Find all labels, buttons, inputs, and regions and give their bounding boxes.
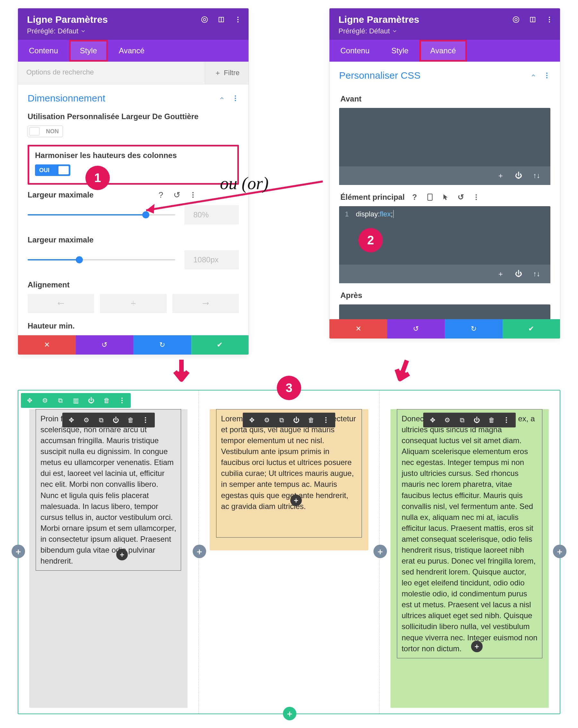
more-icon[interactable] bbox=[502, 416, 510, 424]
chevron-up-icon[interactable] bbox=[219, 95, 225, 101]
text-module[interactable]: ✥ ⚙ ⧉ ⏻ 🗑 Donec libero eros sit amet sap… bbox=[397, 409, 542, 658]
tab-style[interactable]: Style bbox=[69, 40, 108, 62]
cursor-icon[interactable] bbox=[441, 193, 450, 201]
module-toolbar[interactable]: ✥ ⚙ ⧉ ⏻ 🗑 bbox=[62, 413, 155, 427]
move-icon[interactable]: ✥ bbox=[25, 396, 34, 405]
module-toolbar[interactable]: ✥ ⚙ ⧉ ⏻ 🗑 bbox=[243, 413, 335, 427]
trash-icon[interactable]: 🗑 bbox=[307, 416, 315, 424]
power-icon[interactable]: ⏻ bbox=[473, 416, 481, 424]
add-column-button[interactable]: ＋ bbox=[193, 545, 206, 558]
preset-dropdown[interactable]: Préréglé: Défaut bbox=[338, 27, 397, 35]
redo-button[interactable]: ↻ bbox=[133, 335, 191, 355]
power-icon[interactable]: ⏻ bbox=[515, 270, 523, 278]
module-toolbar[interactable]: ✥ ⚙ ⧉ ⏻ 🗑 bbox=[423, 413, 516, 427]
duplicate-icon[interactable]: ⧉ bbox=[278, 416, 286, 424]
gear-icon[interactable]: ⚙ bbox=[443, 416, 451, 424]
module-text: Proin finibus lectus eget leo scelerisqu… bbox=[41, 414, 176, 565]
add-module-button[interactable]: ＋ bbox=[471, 641, 483, 652]
search-input[interactable]: Options de recherche bbox=[18, 62, 205, 84]
tab-content[interactable]: Contenu bbox=[330, 40, 380, 62]
more-icon[interactable] bbox=[141, 416, 150, 424]
align-right-button[interactable] bbox=[173, 294, 239, 313]
filter-button[interactable]: ＋ Filtre bbox=[205, 62, 248, 84]
sort-icon[interactable]: ↑↓ bbox=[532, 172, 541, 180]
column-1[interactable]: ✥ ⚙ ⧉ ⏻ 🗑 Proin finibus lectus eget leo … bbox=[18, 390, 199, 713]
undo-icon[interactable]: ↺ bbox=[456, 193, 465, 201]
save-button[interactable]: ✔ bbox=[502, 319, 560, 338]
duplicate-icon[interactable]: ⧉ bbox=[56, 396, 64, 405]
column-3[interactable]: ✥ ⚙ ⧉ ⏻ 🗑 Donec libero eros sit amet sap… bbox=[379, 390, 560, 713]
more-icon[interactable] bbox=[546, 16, 553, 23]
expand-icon[interactable] bbox=[529, 16, 536, 23]
preset-dropdown[interactable]: Préréglé: Défaut bbox=[27, 27, 86, 35]
section-title: Personnaliser CSS bbox=[339, 70, 420, 81]
gear-icon[interactable]: ⚙ bbox=[82, 416, 90, 424]
max-width-slider-2[interactable] bbox=[28, 259, 175, 260]
align-left-button[interactable] bbox=[28, 294, 94, 313]
more-icon[interactable] bbox=[543, 72, 550, 79]
redo-button[interactable]: ↻ bbox=[445, 319, 502, 338]
row-toolbar[interactable]: ✥ ⚙ ⧉ ▥ ⏻ 🗑 bbox=[21, 393, 131, 408]
add-row-button[interactable]: ＋ bbox=[283, 707, 296, 720]
tablet-icon[interactable] bbox=[426, 193, 434, 201]
trash-icon[interactable]: 🗑 bbox=[488, 416, 496, 424]
add-column-button[interactable]: ＋ bbox=[553, 545, 567, 558]
tab-advanced[interactable]: Avancé bbox=[419, 40, 467, 62]
columns-icon[interactable]: ▥ bbox=[72, 396, 80, 405]
preset-label: Préréglé: Défaut bbox=[338, 27, 390, 35]
more-icon[interactable] bbox=[234, 16, 241, 23]
power-icon[interactable]: ⏻ bbox=[515, 172, 523, 180]
help-icon[interactable]: ? bbox=[411, 193, 419, 201]
plus-icon[interactable]: ＋ bbox=[496, 172, 505, 180]
expand-icon[interactable] bbox=[218, 16, 225, 23]
plus-icon[interactable]: ＋ bbox=[496, 270, 505, 278]
gear-icon[interactable]: ⚙ bbox=[263, 416, 271, 424]
trash-icon[interactable]: 🗑 bbox=[102, 396, 111, 405]
tab-content[interactable]: Contenu bbox=[18, 40, 69, 62]
more-icon[interactable] bbox=[232, 95, 239, 102]
css-main-editor[interactable]: 1 display:flex; 2 ＋ ⏻ ↑↓ bbox=[339, 206, 550, 283]
more-icon[interactable] bbox=[118, 396, 126, 405]
annotation-badge-2: 2 bbox=[358, 228, 383, 253]
target-icon[interactable] bbox=[513, 16, 520, 23]
add-column-button[interactable]: ＋ bbox=[373, 545, 387, 558]
tab-advanced[interactable]: Avancé bbox=[108, 40, 155, 62]
move-icon[interactable]: ✥ bbox=[248, 416, 256, 424]
gear-icon[interactable]: ⚙ bbox=[41, 396, 49, 405]
filter-label: Filtre bbox=[224, 69, 240, 77]
column-2[interactable]: ✥ ⚙ ⧉ ⏻ 🗑 Lorem ipsum dolor sit amet con… bbox=[199, 390, 379, 713]
text-module[interactable]: ✥ ⚙ ⧉ ⏻ 🗑 Proin finibus lectus eget leo … bbox=[36, 409, 181, 571]
tab-style[interactable]: Style bbox=[380, 40, 419, 62]
move-icon[interactable]: ✥ bbox=[68, 416, 76, 424]
duplicate-icon[interactable]: ⧉ bbox=[458, 416, 466, 424]
section-title: Dimensionnement bbox=[28, 93, 105, 104]
add-column-button[interactable]: ＋ bbox=[11, 545, 25, 558]
max-width-value-2[interactable]: 1080px bbox=[184, 250, 239, 269]
text-module[interactable]: ✥ ⚙ ⧉ ⏻ 🗑 Lorem ipsum dolor sit amet con… bbox=[216, 409, 362, 538]
power-icon[interactable]: ⏻ bbox=[292, 416, 300, 424]
gutter-width-toggle[interactable]: NON bbox=[28, 126, 63, 137]
more-icon[interactable] bbox=[472, 193, 480, 201]
sort-icon[interactable]: ↑↓ bbox=[532, 270, 541, 278]
save-button[interactable]: ✔ bbox=[191, 335, 249, 355]
add-module-button[interactable]: ＋ bbox=[116, 549, 128, 561]
move-icon[interactable]: ✥ bbox=[428, 416, 437, 424]
undo-button[interactable]: ↺ bbox=[76, 335, 134, 355]
close-button[interactable]: ✕ bbox=[18, 335, 76, 355]
equalize-toggle[interactable]: OUI bbox=[35, 164, 70, 176]
undo-button[interactable]: ↺ bbox=[387, 319, 445, 338]
align-center-button[interactable] bbox=[100, 294, 166, 313]
css-before-editor[interactable]: ＋ ⏻ ↑↓ bbox=[339, 108, 550, 185]
duplicate-icon[interactable]: ⧉ bbox=[97, 416, 105, 424]
power-icon[interactable]: ⏻ bbox=[112, 416, 120, 424]
more-icon[interactable] bbox=[322, 416, 330, 424]
panel-footer: ✕ ↺ ↻ ✔ bbox=[330, 319, 560, 338]
panel-footer: ✕ ↺ ↻ ✔ bbox=[18, 335, 248, 355]
module-text: Donec libero eros sit amet sapien ex, a … bbox=[402, 414, 537, 653]
power-icon[interactable]: ⏻ bbox=[87, 396, 95, 405]
close-button[interactable]: ✕ bbox=[330, 319, 387, 338]
chevron-up-icon[interactable] bbox=[530, 73, 536, 78]
target-icon[interactable] bbox=[201, 16, 208, 23]
or-annotation: ou (or) bbox=[220, 174, 268, 193]
trash-icon[interactable]: 🗑 bbox=[127, 416, 135, 424]
